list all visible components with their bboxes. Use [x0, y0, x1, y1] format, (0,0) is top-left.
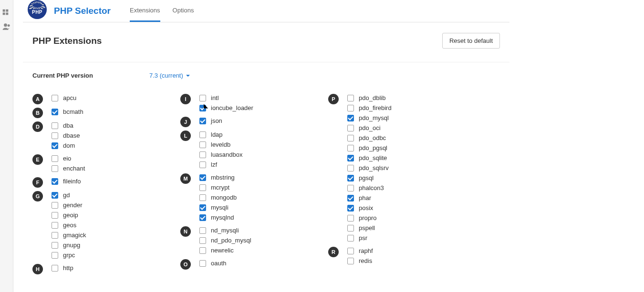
ext-name: psr	[359, 234, 367, 242]
left-rail	[0, 0, 13, 282]
checkbox-ldap[interactable]	[199, 131, 206, 138]
letter-badge: N	[180, 226, 191, 237]
checkbox-pdo_pgsql[interactable]	[347, 145, 354, 151]
column-1: Iintlioncube_loaderJjsonLldapleveldbluas…	[180, 93, 300, 277]
checkbox-mysqlnd[interactable]	[199, 214, 206, 221]
ext-name: geos	[63, 222, 76, 229]
checkbox-luasandbox[interactable]	[199, 151, 206, 158]
checkbox-newrelic[interactable]	[199, 247, 206, 254]
ext-item-nd_mysqli: nd_mysqli	[199, 226, 300, 235]
users-icon[interactable]	[2, 22, 11, 31]
checkbox-nd_mysqli[interactable]	[199, 227, 206, 234]
ext-item-mongodb: mongodb	[199, 193, 300, 202]
checkbox-eio[interactable]	[52, 155, 58, 162]
checkbox-pdo_sqlite[interactable]	[347, 155, 354, 161]
ext-name: dba	[63, 122, 73, 129]
checkbox-leveldb[interactable]	[199, 141, 206, 148]
checkbox-phalcon3[interactable]	[347, 185, 354, 191]
letter-badge: B	[32, 108, 43, 118]
checkbox-pgsql[interactable]	[347, 175, 354, 181]
checkbox-gd[interactable]	[52, 192, 58, 199]
group-J: Jjson	[180, 116, 300, 127]
checkbox-pspell[interactable]	[347, 225, 354, 232]
checkbox-dbase[interactable]	[52, 132, 58, 139]
reset-button[interactable]: Reset to default	[442, 33, 500, 49]
ext-name: luasandbox	[211, 151, 243, 158]
checkbox-dom[interactable]	[52, 142, 58, 149]
ext-item-pdo_odbc: pdo_odbc	[347, 133, 447, 142]
extensions-area: AapcuBbcmathDdbadbasedomEeioenchantFfile…	[23, 89, 509, 282]
ext-name: pdo_dblib	[359, 94, 385, 101]
ext-name: apcu	[63, 94, 76, 101]
group-O: Ooauth	[180, 259, 300, 270]
checkbox-gnupg[interactable]	[52, 242, 58, 249]
grid-icon[interactable]	[2, 9, 11, 18]
checkbox-nd_pdo_mysql[interactable]	[199, 237, 206, 244]
tab-extensions[interactable]: Extensions	[130, 0, 160, 22]
ext-item-mcrypt: mcrypt	[199, 183, 300, 192]
checkbox-phar[interactable]	[347, 195, 354, 201]
checkbox-apcu[interactable]	[52, 95, 58, 101]
checkbox-fileinfo[interactable]	[52, 178, 58, 185]
ext-name: oauth	[211, 260, 227, 267]
column-2: Ppdo_dblibpdo_firebirdpdo_mysqlpdo_ocipd…	[328, 93, 447, 277]
checkbox-raphf[interactable]	[347, 248, 354, 254]
ext-item-bcmath: bcmath	[52, 107, 152, 116]
checkbox-ioncube_loader[interactable]	[199, 105, 206, 111]
ext-item-phalcon3: phalcon3	[347, 183, 447, 192]
checkbox-mbstring[interactable]	[199, 174, 206, 181]
checkbox-redis[interactable]	[347, 258, 354, 264]
checkbox-http[interactable]	[52, 265, 58, 272]
checkbox-psr[interactable]	[347, 235, 354, 242]
checkbox-gmagick[interactable]	[52, 232, 58, 239]
group-L: Lldapleveldbluasandboxlzf	[180, 130, 300, 170]
ext-item-dbase: dbase	[52, 131, 152, 140]
checkbox-grpc[interactable]	[52, 252, 58, 259]
checkbox-enchant[interactable]	[52, 165, 58, 172]
checkbox-pdo_firebird[interactable]	[347, 105, 354, 111]
ext-item-mysqli: mysqli	[199, 203, 300, 212]
checkbox-pdo_dblib[interactable]	[347, 95, 354, 101]
ext-item-dba: dba	[52, 121, 152, 130]
ext-name: mcrypt	[211, 184, 229, 191]
checkbox-pdo_oci[interactable]	[347, 125, 354, 131]
ext-item-pdo_mysql: pdo_mysql	[347, 113, 447, 122]
checkbox-geoip[interactable]	[52, 212, 58, 219]
group-I: Iintlioncube_loader	[180, 93, 300, 113]
group-items: http	[52, 263, 152, 274]
version-value: 7.3 (current)	[149, 72, 183, 79]
group-B: Bbcmath	[32, 107, 152, 118]
version-dropdown[interactable]: 7.3 (current)	[149, 72, 190, 79]
ext-item-pgsql: pgsql	[347, 173, 447, 182]
checkbox-dba[interactable]	[52, 122, 58, 129]
ext-item-psr: psr	[347, 233, 447, 242]
checkbox-pdo_sqlsrv[interactable]	[347, 165, 354, 171]
ext-item-pdo_pgsql: pdo_pgsql	[347, 143, 447, 152]
ext-item-luasandbox: luasandbox	[199, 150, 300, 159]
checkbox-lzf[interactable]	[199, 161, 206, 168]
checkbox-geos[interactable]	[52, 222, 58, 229]
checkbox-propro[interactable]	[347, 215, 354, 222]
group-N: Nnd_mysqlind_pdo_mysqlnewrelic	[180, 226, 300, 256]
checkbox-mongodb[interactable]	[199, 194, 206, 201]
svg-point-4	[4, 23, 7, 27]
checkbox-pdo_mysql[interactable]	[347, 115, 354, 121]
ext-item-eio: eio	[52, 154, 152, 163]
checkbox-oauth[interactable]	[199, 260, 206, 267]
checkbox-json[interactable]	[199, 118, 206, 124]
letter-badge: O	[180, 259, 191, 270]
checkbox-posix[interactable]	[347, 205, 354, 211]
group-E: Eeioenchant	[32, 154, 152, 174]
checkbox-mcrypt[interactable]	[199, 184, 206, 191]
checkbox-mysqli[interactable]	[199, 204, 206, 211]
group-G: Ggdgendergeoipgeosgmagickgnupggrpc	[32, 191, 152, 261]
checkbox-gender[interactable]	[52, 202, 58, 209]
checkbox-pdo_odbc[interactable]	[347, 135, 354, 141]
svg-rect-0	[2, 10, 5, 12]
group-items: intlioncube_loader	[199, 93, 300, 113]
checkbox-bcmath[interactable]	[52, 109, 58, 115]
ext-item-pspell: pspell	[347, 223, 447, 232]
tab-options[interactable]: Options	[173, 0, 194, 22]
ext-item-pdo_sqlite: pdo_sqlite	[347, 153, 447, 162]
checkbox-intl[interactable]	[199, 95, 206, 101]
